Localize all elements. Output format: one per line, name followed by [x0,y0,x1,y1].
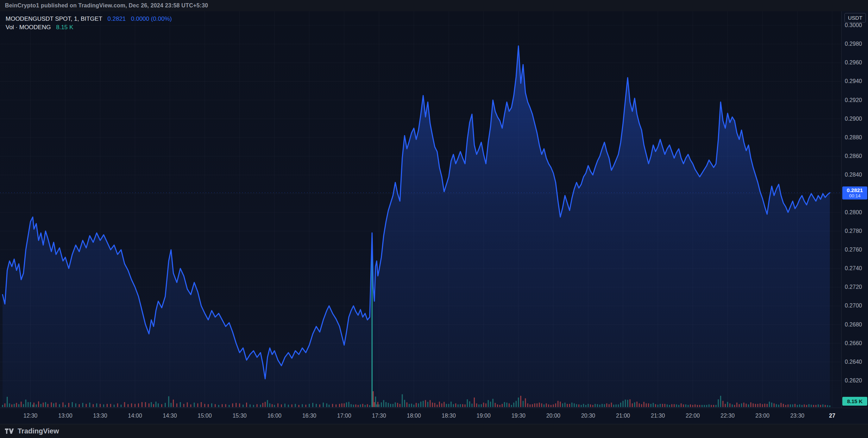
time-axis-label: 13:00 [58,413,72,419]
legend-volume-value: 8.15 K [56,24,73,31]
legend-row-volume[interactable]: Vol · MOODENG 8.15 K [6,23,172,32]
price-axis-label: 0.2700 [845,303,862,309]
bar-countdown: 00:14 [842,193,867,198]
price-axis[interactable]: USDT 0.2821 00:14 8.15 K 0.30000.29800.2… [841,11,868,408]
price-axis-label: 0.2940 [845,78,862,84]
legend-symbol: MOODENGUSDT SPOT, 1, BITGET [6,15,102,22]
time-axis-label: 23:30 [790,413,804,419]
price-axis-label: 0.2920 [845,97,862,103]
legend-row-symbol[interactable]: MOODENGUSDT SPOT, 1, BITGET 0.2821 0.000… [6,15,172,23]
time-axis-label: 16:30 [302,413,316,419]
tradingview-logo-text: TradingView [18,427,59,435]
tradingview-logo-icon [5,428,14,434]
legend-volume-label: Vol · MOODENG [6,24,51,31]
time-axis-label: 17:00 [337,413,351,419]
time-axis-label: 22:00 [686,413,700,419]
price-axis-label: 0.2780 [845,228,862,234]
chart-pane[interactable]: MOODENGUSDT SPOT, 1, BITGET 0.2821 0.000… [0,11,841,408]
footer-bar: TradingView [0,424,868,438]
price-chart-canvas[interactable] [0,11,841,408]
time-axis-label: 12:30 [23,413,37,419]
time-axis-label: 22:30 [721,413,735,419]
time-axis-label: 15:30 [233,413,247,419]
chart-legend: MOODENGUSDT SPOT, 1, BITGET 0.2821 0.000… [6,15,172,32]
currency-toggle-button[interactable]: USDT [844,13,866,23]
time-axis[interactable]: 12:3013:0013:3014:0014:3015:0015:3016:00… [0,408,868,424]
time-axis-label: 19:30 [511,413,526,419]
time-axis-label: 13:30 [93,413,107,419]
last-price-badge-value: 0.2821 [842,187,867,193]
price-axis-label: 0.2880 [845,134,862,141]
time-axis-label: 14:00 [128,413,142,419]
time-axis-label: 18:00 [407,413,421,419]
price-axis-label: 0.2860 [845,153,862,159]
price-axis-label: 0.2960 [845,59,862,66]
price-axis-label: 0.2740 [845,265,862,272]
time-axis-label: 20:00 [546,413,560,419]
tradingview-logo-link[interactable]: TradingView [5,427,59,435]
time-axis-label: 23:00 [755,413,769,419]
time-axis-label: 16:00 [268,413,282,419]
time-axis-label: 14:30 [163,413,177,419]
time-axis-label: 18:30 [442,413,456,419]
time-axis-label: 15:00 [198,413,212,419]
price-axis-label: 0.2900 [845,116,862,122]
price-axis-label: 0.3000 [845,22,862,28]
legend-change: 0.0000 (0.00%) [131,15,172,22]
time-axis-label: 21:30 [651,413,665,419]
time-axis-label: 17:30 [372,413,386,419]
price-axis-label: 0.2620 [845,377,862,384]
last-price-badge: 0.2821 00:14 [842,186,867,199]
price-axis-label: 0.2640 [845,359,862,365]
time-axis-label: 21:00 [616,413,630,419]
price-axis-label: 0.2980 [845,41,862,47]
chart-main: MOODENGUSDT SPOT, 1, BITGET 0.2821 0.000… [0,11,868,408]
time-axis-label: 20:30 [581,413,595,419]
attribution-bar: BeinCrypto1 published on TradingView.com… [0,0,868,11]
attribution-text: BeinCrypto1 published on TradingView.com… [5,2,208,9]
price-axis-label: 0.2840 [845,172,862,178]
price-axis-label: 0.2720 [845,284,862,290]
price-axis-label: 0.2680 [845,322,862,328]
time-axis-label: 19:00 [477,413,491,419]
time-axis-label-date: 27 [829,413,835,419]
price-axis-label: 0.2760 [845,247,862,253]
price-axis-label: 0.2660 [845,340,862,347]
volume-badge: 8.15 K [842,397,867,406]
price-axis-label: 0.2800 [845,209,862,216]
tradingview-published-chart: BeinCrypto1 published on TradingView.com… [0,0,868,438]
legend-last-price: 0.2821 [107,15,126,22]
